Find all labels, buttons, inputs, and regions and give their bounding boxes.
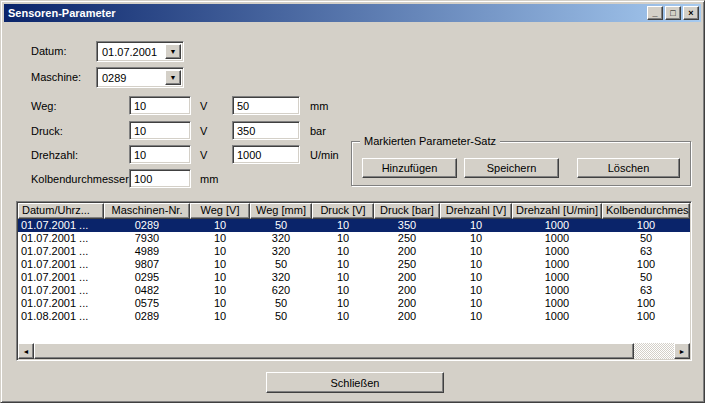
maschine-combobox-dropdown-button[interactable]: ▼ xyxy=(165,70,181,85)
table-header-row: Datum/Uhrz... Maschinen-Nr. Weg [V] Weg … xyxy=(18,203,690,219)
table-cell: 01.07.2001 ... xyxy=(18,219,104,232)
speichern-button-label: Speichern xyxy=(487,162,537,174)
table-cell: 0289 xyxy=(104,219,190,232)
table-row[interactable]: 01.07.2001 ...7930103201025010100050 xyxy=(18,232,690,245)
kolbendurchmesser-unit: mm xyxy=(200,173,218,186)
table-cell: 50 xyxy=(250,258,312,271)
table-cell: 01.07.2001 ... xyxy=(18,245,104,258)
speichern-button[interactable]: Speichern xyxy=(464,158,559,178)
table-cell: 10 xyxy=(190,310,250,323)
table-cell: 620 xyxy=(250,284,312,297)
table-cell: 10 xyxy=(190,245,250,258)
table-cell: 50 xyxy=(250,310,312,323)
table-cell: 10 xyxy=(312,310,374,323)
table-cell: 01.07.2001 ... xyxy=(18,284,104,297)
table-cell: 01.07.2001 ... xyxy=(18,297,104,310)
datum-combobox[interactable]: 01.07.2001 ▼ xyxy=(96,41,184,62)
table-cell: 10 xyxy=(190,258,250,271)
kolbendurchmesser-label: Kolbendurchmesser: xyxy=(31,173,132,186)
weg-mm-input[interactable] xyxy=(232,96,300,115)
close-button[interactable]: × xyxy=(683,6,699,20)
scrollbar-track[interactable] xyxy=(634,343,674,359)
table-cell: 50 xyxy=(602,271,690,284)
table-row[interactable]: 01.07.2001 ...0289105010350101000100 xyxy=(18,219,690,232)
kolbendurchmesser-input[interactable] xyxy=(129,169,191,188)
table-cell: 250 xyxy=(374,258,440,271)
sensoren-parameter-dialog: Sensoren-Parameter _ □ × Datum: 01.07.20… xyxy=(0,0,705,403)
drehzahl-umin-input[interactable] xyxy=(232,145,300,164)
minimize-button[interactable]: _ xyxy=(647,6,663,20)
horizontal-scrollbar[interactable]: ◄ ► xyxy=(18,343,690,359)
table-row[interactable]: 01.08.2001 ...0289105010200101000100 xyxy=(18,310,690,323)
table-cell: 320 xyxy=(250,245,312,258)
table-row[interactable]: 01.07.2001 ...9807105010250101000100 xyxy=(18,258,690,271)
column-header-drehzahl-umin[interactable]: Drehzahl [U/min] xyxy=(512,203,602,219)
druck-bar-input[interactable] xyxy=(232,121,300,140)
title-bar[interactable]: Sensoren-Parameter _ □ × xyxy=(4,4,701,22)
table-cell: 0482 xyxy=(104,284,190,297)
table-cell: 1000 xyxy=(512,245,602,258)
table-cell: 250 xyxy=(374,232,440,245)
table-cell: 10 xyxy=(440,219,512,232)
weg-mm-unit: mm xyxy=(310,100,328,113)
minimize-icon: _ xyxy=(652,9,657,18)
table-cell: 50 xyxy=(602,232,690,245)
column-header-datum[interactable]: Datum/Uhrz... xyxy=(18,203,104,219)
druck-bar-unit: bar xyxy=(310,125,326,138)
table-row[interactable]: 01.07.2001 ...0575105010200101000100 xyxy=(18,297,690,310)
table-row[interactable]: 01.07.2001 ...0482106201020010100063 xyxy=(18,284,690,297)
table-cell: 10 xyxy=(440,258,512,271)
datum-combobox-dropdown-button[interactable]: ▼ xyxy=(165,44,181,59)
table-cell: 1000 xyxy=(512,258,602,271)
column-header-weg-mm[interactable]: Weg [mm] xyxy=(250,203,312,219)
table-cell: 100 xyxy=(602,297,690,310)
groupbox-title: Markierten Parameter-Satz xyxy=(360,135,500,148)
table-row[interactable]: 01.07.2001 ...4989103201020010100063 xyxy=(18,245,690,258)
table-cell: 10 xyxy=(190,297,250,310)
table-cell: 10 xyxy=(440,245,512,258)
table-cell: 0295 xyxy=(104,271,190,284)
drehzahl-voltage-input[interactable] xyxy=(129,145,191,164)
table-cell: 9807 xyxy=(104,258,190,271)
hinzufuegen-button[interactable]: Hinzufügen xyxy=(362,158,457,178)
weg-voltage-input[interactable] xyxy=(129,96,191,115)
scrollbar-thumb[interactable] xyxy=(34,343,634,359)
column-header-drehzahl-v[interactable]: Drehzahl [V] xyxy=(440,203,512,219)
column-header-kolbendurchmesser[interactable]: Kolbendurchmess... xyxy=(602,203,690,219)
table-cell: 200 xyxy=(374,284,440,297)
datum-combobox-value: 01.07.2001 xyxy=(97,46,163,58)
schliessen-button-label: Schließen xyxy=(331,377,380,389)
close-icon: × xyxy=(688,9,693,18)
maschine-combobox[interactable]: 0289 ▼ xyxy=(96,67,184,88)
maximize-button[interactable]: □ xyxy=(665,6,681,20)
table-cell: 100 xyxy=(602,219,690,232)
table-cell: 63 xyxy=(602,245,690,258)
table-cell: 10 xyxy=(312,232,374,245)
table-cell: 10 xyxy=(312,245,374,258)
chevron-down-icon: ▼ xyxy=(170,48,177,55)
table-cell: 0575 xyxy=(104,297,190,310)
drehzahl-voltage-unit: V xyxy=(200,149,207,162)
table-cell: 10 xyxy=(190,284,250,297)
column-header-weg-v[interactable]: Weg [V] xyxy=(190,203,250,219)
scroll-right-button[interactable]: ► xyxy=(674,343,690,359)
table-cell: 320 xyxy=(250,271,312,284)
table-cell: 50 xyxy=(250,219,312,232)
table-cell: 10 xyxy=(190,271,250,284)
schliessen-button[interactable]: Schließen xyxy=(266,372,444,393)
parameter-table: Datum/Uhrz... Maschinen-Nr. Weg [V] Weg … xyxy=(16,201,692,361)
table-cell: 100 xyxy=(602,310,690,323)
scroll-left-button[interactable]: ◄ xyxy=(18,343,34,359)
table-cell: 200 xyxy=(374,245,440,258)
loeschen-button[interactable]: Löschen xyxy=(577,158,680,178)
table-cell: 200 xyxy=(374,297,440,310)
table-row[interactable]: 01.07.2001 ...0295103201020010100050 xyxy=(18,271,690,284)
column-header-druck-v[interactable]: Druck [V] xyxy=(312,203,374,219)
druck-voltage-input[interactable] xyxy=(129,121,191,140)
column-header-druck-bar[interactable]: Druck [bar] xyxy=(374,203,440,219)
table-body: 01.07.2001 ...028910501035010100010001.0… xyxy=(18,219,690,343)
druck-voltage-unit: V xyxy=(200,125,207,138)
table-cell: 50 xyxy=(250,297,312,310)
table-cell: 0289 xyxy=(104,310,190,323)
column-header-maschinen-nr[interactable]: Maschinen-Nr. xyxy=(104,203,190,219)
